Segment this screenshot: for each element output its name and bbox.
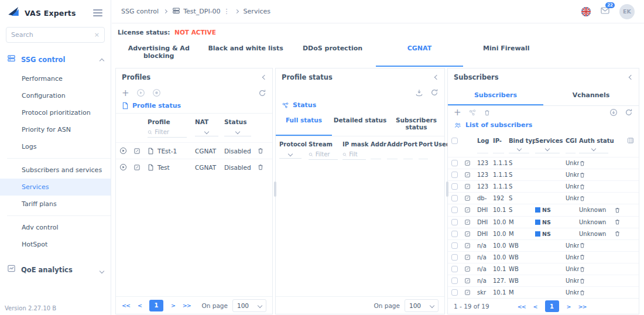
sidebar-item-subscribers-and-services[interactable]: Subscribers and services [0, 162, 111, 179]
column-protocol[interactable]: Protocol [279, 141, 307, 148]
edit-icon[interactable] [464, 183, 477, 190]
port-filter-input[interactable] [419, 152, 428, 159]
column-port[interactable]: Port [419, 141, 433, 148]
delete-icon[interactable] [579, 254, 614, 261]
delete-icon[interactable] [484, 109, 491, 117]
table-row[interactable]: 1231.1.1SUnknown [448, 180, 639, 192]
column-stream[interactable]: Stream [309, 141, 341, 148]
row-checkbox[interactable] [451, 254, 458, 261]
edit-icon[interactable] [133, 148, 148, 155]
ipmask-filter-input[interactable] [349, 151, 366, 158]
table-row[interactable]: 1231.1.1SUnknown [448, 169, 639, 180]
column-port[interactable]: Port [403, 141, 417, 148]
tab-subscribers[interactable]: Subscribers [448, 86, 543, 105]
delete-icon[interactable] [579, 183, 614, 190]
current-page[interactable]: 1 [149, 300, 163, 311]
stream-filter-input[interactable] [316, 151, 338, 158]
protocol-filter-dropdown[interactable] [279, 152, 302, 159]
tab-vchannels[interactable]: Vchannels [543, 86, 639, 105]
column-nat[interactable]: NAT [195, 118, 224, 125]
sidebar-item-ssg-control[interactable]: SSG control [0, 49, 111, 70]
language-flag-icon[interactable] [581, 6, 591, 17]
table-row[interactable]: skr10.1MUnknown [448, 286, 639, 298]
edit-icon[interactable] [464, 278, 477, 284]
select-all-checkbox[interactable] [451, 138, 458, 144]
column-services[interactable]: Services [535, 138, 566, 144]
column-addr[interactable]: Addr [387, 141, 402, 148]
tab-full-status[interactable]: Full status [276, 112, 332, 136]
column-addr[interactable]: Addr [371, 141, 386, 148]
first-page-button[interactable]: << [518, 303, 526, 310]
delete-icon[interactable] [579, 160, 614, 167]
run-profile-icon[interactable] [119, 147, 133, 155]
breadcrumb-device[interactable]: Test_DPI-00 [183, 8, 220, 15]
breadcrumb-root[interactable]: SSG control [121, 8, 159, 15]
column-cgi[interactable]: CGI [566, 138, 579, 144]
delete-icon[interactable] [579, 266, 614, 273]
ip-filter-input[interactable] [493, 146, 504, 153]
menu-toggle-icon[interactable] [92, 8, 104, 18]
prev-page-button[interactable]: < [533, 303, 537, 310]
stream-filter[interactable] [309, 151, 338, 160]
sidebar-item-adv-control[interactable]: Adv control [0, 219, 111, 236]
per-page-select[interactable]: 100 [405, 299, 439, 312]
collapse-panel-icon[interactable] [263, 76, 266, 79]
edit-icon[interactable] [464, 207, 477, 213]
row-checkbox[interactable] [451, 219, 458, 225]
sidebar-item-tariff-plans[interactable]: Tariff plans [0, 196, 111, 213]
row-checkbox[interactable] [451, 231, 458, 237]
tab-advertising[interactable]: Advertising & Ad blocking [115, 39, 202, 67]
enable-profile-icon[interactable] [136, 88, 145, 97]
profile-filter-input[interactable] [155, 129, 187, 135]
sidebar-item-protocol-prioritization[interactable]: Protocol prioritization [0, 104, 111, 121]
delete-icon[interactable] [579, 195, 614, 202]
column-status[interactable]: Status [224, 118, 257, 125]
collapse-panel-icon[interactable] [629, 76, 633, 79]
sidebar-item-configuration[interactable]: Configuration [0, 87, 111, 104]
services-filter-dropdown[interactable] [535, 147, 560, 153]
row-checkbox[interactable] [451, 266, 458, 272]
refresh-icon[interactable] [258, 89, 266, 97]
port-filter-input[interactable] [403, 152, 413, 159]
refresh-icon[interactable] [430, 88, 439, 97]
delete-icon[interactable] [614, 230, 627, 237]
tab-black-white-lists[interactable]: Black and white lists [202, 39, 289, 67]
panel-resize-handle[interactable] [446, 182, 448, 197]
edit-icon[interactable] [133, 164, 148, 171]
edit-icon[interactable] [464, 289, 477, 296]
tab-cgnat[interactable]: CGNAT [376, 39, 463, 67]
row-checkbox[interactable] [451, 160, 458, 166]
delete-icon[interactable] [257, 163, 270, 171]
sidebar-item-performance[interactable]: Performance [0, 70, 111, 87]
download-icon[interactable] [415, 88, 423, 97]
sidebar-item-services[interactable]: Services [0, 179, 111, 196]
delete-icon[interactable] [579, 172, 614, 179]
avatar[interactable]: EK [619, 4, 635, 19]
per-page-select[interactable]: 100 [232, 299, 266, 312]
run-profile-icon[interactable] [119, 163, 133, 171]
edit-icon[interactable] [464, 242, 477, 249]
profile-filter[interactable] [148, 129, 187, 138]
delete-icon[interactable] [257, 147, 270, 155]
row-checkbox[interactable] [451, 278, 458, 284]
next-page-button[interactable]: > [171, 302, 175, 309]
row-checkbox[interactable] [451, 195, 458, 201]
panel-resize-handle[interactable] [274, 182, 276, 197]
delete-icon[interactable] [614, 207, 627, 214]
table-row[interactable]: n/a10.0WBUnknown [448, 251, 639, 263]
sidebar-item-priority-for-asn[interactable]: Priority for ASN [0, 121, 111, 138]
refresh-icon[interactable] [625, 108, 633, 117]
column-auth-status[interactable]: Auth status [579, 138, 614, 144]
edit-icon[interactable] [464, 219, 477, 225]
cgi-filter-input[interactable] [566, 146, 576, 153]
kebab-menu-icon[interactable]: ⋮ [224, 8, 230, 15]
row-checkbox[interactable] [451, 242, 458, 249]
edit-icon[interactable] [464, 195, 477, 201]
sidebar-item-hotspot[interactable]: HotSpot [0, 236, 111, 253]
table-row[interactable]: DHI10.0MNSUnknown [448, 228, 639, 239]
edit-icon[interactable] [464, 254, 477, 261]
tab-detailed-status[interactable]: Detailed status [332, 112, 388, 136]
add-subscriber-button[interactable]: + [454, 109, 461, 116]
table-row[interactable]: TEst-1 CGNAT Disabled [116, 142, 272, 159]
column-bind-type[interactable]: Bind type [509, 138, 535, 144]
